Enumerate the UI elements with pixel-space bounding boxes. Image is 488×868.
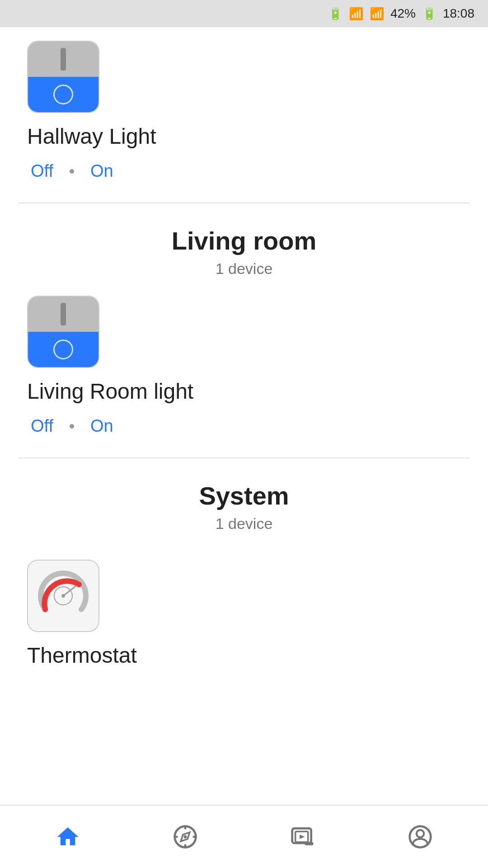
status-bar: 🔋 📶 📶 42% 🔋 18:08 [0,0,488,27]
thermostat-name: Thermostat [27,643,461,668]
hallway-device-name: Hallway Light [27,124,156,149]
bottom-nav [0,805,488,868]
living-room-title: Living room [27,226,461,255]
switch-bar-lr [61,303,66,326]
status-icons: 🔋 📶 📶 42% 🔋 18:08 [328,6,474,21]
time-text: 18:08 [443,6,474,21]
living-room-device-name: Living Room light [27,379,461,404]
hallway-light-icon[interactable] [27,41,99,113]
control-separator [70,169,74,174]
nav-explore[interactable] [127,824,244,849]
battery-text: 42% [390,6,416,21]
nav-account[interactable] [361,824,479,849]
svg-marker-11 [300,835,305,839]
thermostat-svg [36,569,90,623]
living-room-off-button[interactable]: Off [27,413,57,439]
switch-bottom-lr [28,332,99,367]
vibrate-icon: 🔋 [328,7,343,21]
switch-circle [53,85,73,104]
home-icon [55,824,80,849]
svg-point-2 [61,594,65,598]
nav-media[interactable] [244,824,361,849]
switch-circle-lr [53,340,73,359]
living-room-light-icon[interactable] [27,296,99,368]
lr-control-separator [70,424,74,429]
signal-icon: 📶 [370,7,384,21]
svg-point-14 [417,830,424,837]
living-room-device: Living Room light Off On [27,296,461,448]
thermostat-device: Thermostat [27,551,461,686]
switch-top [28,42,99,77]
hallway-section: Hallway Light Off On [0,27,488,203]
media-icon [290,824,315,849]
system-title: System [27,481,461,510]
wifi-icon: 📶 [349,7,363,21]
hallway-controls: Off On [27,158,117,184]
living-room-on-button[interactable]: On [87,413,117,439]
switch-bottom [28,77,99,112]
living-room-controls: Off On [27,413,461,439]
svg-rect-12 [305,842,314,845]
living-room-section: Living room 1 device Living Room light O… [0,203,488,458]
nav-home[interactable] [9,824,127,849]
hallway-on-button[interactable]: On [87,158,117,184]
battery-icon: 🔋 [422,7,436,21]
svg-point-4 [184,835,187,839]
system-section: System 1 device Thermostat [0,458,488,695]
hallway-off-button[interactable]: Off [27,158,57,184]
switch-bar [61,48,66,71]
explore-icon [173,824,198,849]
main-content: Hallway Light Off On Living room 1 devic… [0,27,488,805]
living-room-device-count: 1 device [27,260,461,278]
thermostat-icon[interactable] [27,560,99,632]
switch-top-lr [28,297,99,332]
system-device-count: 1 device [27,515,461,533]
account-icon [408,824,433,849]
